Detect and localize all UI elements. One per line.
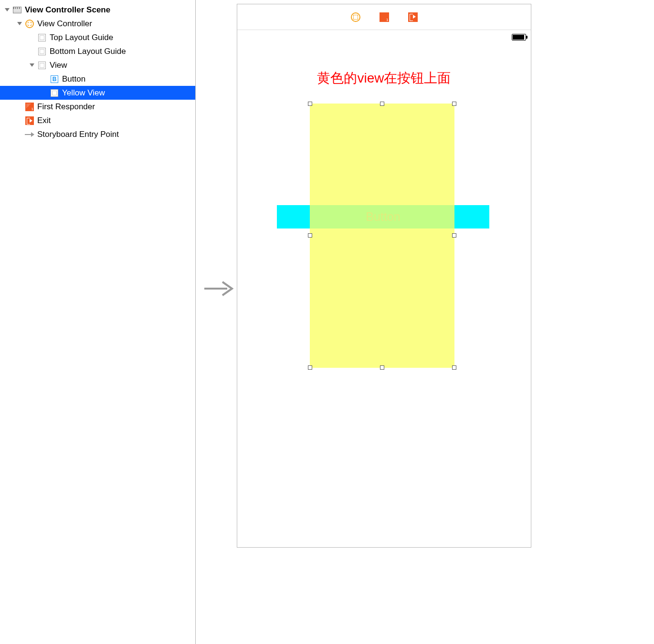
- selection-handle-icon[interactable]: [308, 365, 312, 370]
- first-responder-icon[interactable]: [379, 12, 390, 22]
- tree-row-yellow-view[interactable]: Yellow View: [0, 86, 195, 100]
- layout-guide-icon: [37, 33, 47, 42]
- tree-row-scene[interactable]: View Controller Scene: [0, 3, 195, 17]
- tree-label: View: [50, 61, 67, 70]
- tree-row-view[interactable]: View: [0, 58, 195, 72]
- exit-icon[interactable]: [408, 12, 418, 22]
- selection-handle-icon[interactable]: [452, 233, 456, 238]
- exit-icon: [25, 116, 34, 125]
- document-outline-panel: View Controller Scene View Controller To…: [0, 0, 196, 644]
- tree-label: Bottom Layout Guide: [50, 47, 126, 56]
- selection-handle-icon[interactable]: [380, 365, 384, 370]
- selection-handle-icon[interactable]: [452, 102, 456, 106]
- view-controller-icon[interactable]: [350, 12, 361, 22]
- selection-handle-icon[interactable]: [452, 365, 456, 370]
- tree-label: Yellow View: [62, 88, 105, 98]
- arrow-right-icon: [25, 130, 34, 139]
- tree-row-view-controller[interactable]: View Controller: [0, 17, 195, 31]
- tree-label: Top Layout Guide: [50, 33, 113, 42]
- tree-row-bottom-layout-guide[interactable]: Bottom Layout Guide: [0, 44, 195, 58]
- view-icon: [37, 61, 47, 70]
- scene-icon: [12, 5, 22, 15]
- root-view[interactable]: 黄色的view在按钮上面 Button: [237, 44, 531, 547]
- view-controller-scene-frame[interactable]: 黄色的view在按钮上面 Button: [237, 4, 531, 548]
- tree-label: View Controller Scene: [25, 5, 110, 15]
- selection-handle-icon[interactable]: [308, 102, 312, 106]
- scene-dock: [237, 4, 531, 30]
- interface-builder-canvas[interactable]: 黄色的view在按钮上面 Button: [196, 0, 654, 644]
- status-bar: [237, 30, 531, 44]
- selection-handle-icon[interactable]: [308, 233, 312, 238]
- view-controller-icon: [25, 19, 34, 29]
- tree-row-exit[interactable]: Exit: [0, 114, 195, 127]
- disclosure-triangle-icon[interactable]: [4, 7, 11, 13]
- yellow-view[interactable]: [310, 104, 454, 368]
- tree-row-button[interactable]: B Button: [0, 72, 195, 86]
- disclosure-triangle-icon[interactable]: [16, 21, 23, 27]
- tree-label: Exit: [37, 116, 51, 125]
- view-icon: [50, 88, 59, 98]
- disclosure-triangle-icon[interactable]: [29, 62, 35, 69]
- tree-label: First Responder: [37, 102, 95, 112]
- selection-handle-icon[interactable]: [380, 102, 384, 106]
- button-icon: B: [50, 74, 59, 84]
- first-responder-icon: [25, 102, 34, 112]
- tree-row-top-layout-guide[interactable]: Top Layout Guide: [0, 31, 195, 44]
- annotation-label: 黄色的view在按钮上面: [237, 69, 531, 87]
- tree-label: Storyboard Entry Point: [37, 130, 119, 139]
- storyboard-entry-arrow-icon: [204, 279, 235, 298]
- tree-row-entry-point[interactable]: Storyboard Entry Point: [0, 127, 195, 141]
- layout-guide-icon: [37, 47, 47, 56]
- tree-label: Button: [62, 74, 85, 84]
- tree-row-first-responder[interactable]: First Responder: [0, 100, 195, 114]
- tree-label: View Controller: [37, 19, 92, 29]
- battery-icon: [512, 34, 526, 41]
